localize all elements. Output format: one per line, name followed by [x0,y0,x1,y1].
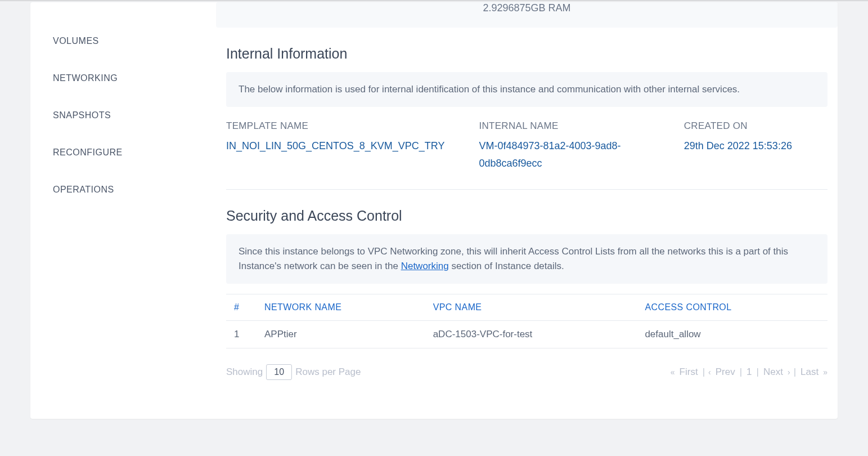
pagination: Showing Rows per Page « First | ‹ Prev |… [226,364,827,380]
table-row: 1 APPtier aDC-1503-VPC-for-test default_… [226,321,827,348]
prev-page-button[interactable]: Prev [714,366,736,378]
internal-name-label: INTERNAL NAME [479,120,670,132]
col-access-control: ACCESS CONTROL [640,294,827,321]
networking-link[interactable]: Networking [401,261,449,271]
next-page-button[interactable]: Next [762,366,784,378]
sidebar-item-snapshots[interactable]: SNAPSHOTS [53,97,216,134]
ram-value: 2.9296875GB RAM [227,2,826,14]
template-name-value: IN_NOI_LIN_50G_CENTOS_8_KVM_VPC_TRY [226,137,465,155]
separator: | [757,366,759,378]
sidebar-item-networking[interactable]: NETWORKING [53,60,216,97]
security-title: Security and Access Control [226,208,827,224]
internal-info-title: Internal Information [226,46,827,62]
cell-vpc-name: aDC-1503-VPC-for-test [429,321,641,348]
prev-chevron-icon: ‹ [708,368,711,377]
internal-name-value: VM-0f484973-81a2-4003-9ad8-0db8ca6f9ecc [479,137,670,172]
last-page-button[interactable]: Last [799,366,820,378]
internal-info-grid: TEMPLATE NAME IN_NOI_LIN_50G_CENTOS_8_KV… [226,120,827,189]
cell-network-name: APPtier [260,321,429,348]
acl-table-wrap: # NETWORK NAME VPC NAME ACCESS CONTROL 1… [226,294,827,348]
separator: | [703,366,705,378]
sidebar-item-operations[interactable]: OPERATIONS [53,171,216,208]
col-network-name: NETWORK NAME [260,294,429,321]
created-on-value: 29th Dec 2022 15:53:26 [684,137,827,155]
showing-label: Showing [226,366,263,378]
col-hash: # [226,294,260,321]
cell-access-control: default_allow [640,321,827,348]
created-on-label: CREATED ON [684,120,827,132]
separator: | [740,366,742,378]
rows-per-page-label: Rows per Page [295,366,361,378]
first-page-button[interactable]: First [678,366,699,378]
rows-per-page-input[interactable] [266,364,292,380]
first-chevron-icon: « [671,368,675,377]
security-banner-text-after: section of Instance details. [449,261,564,271]
content-area: 2.9296875GB RAM Internal Information The… [216,2,838,419]
next-chevron-icon: › [788,368,790,377]
internal-info-banner: The below information is used for intern… [226,72,827,107]
col-vpc-name: VPC NAME [429,294,641,321]
acl-table: # NETWORK NAME VPC NAME ACCESS CONTROL 1… [226,294,827,348]
last-chevron-icon: » [823,368,827,377]
sidebar-item-volumes[interactable]: VOLUMES [53,23,216,60]
separator: | [794,366,796,378]
template-name-label: TEMPLATE NAME [226,120,465,132]
sidebar-item-reconfigure[interactable]: RECONFIGURE [53,134,216,171]
cell-index: 1 [226,321,260,348]
main-card: VOLUMES NETWORKING SNAPSHOTS RECONFIGURE… [30,2,838,419]
sidebar: VOLUMES NETWORKING SNAPSHOTS RECONFIGURE… [30,2,216,419]
security-banner: Since this instance belongs to VPC Netwo… [226,234,827,284]
resource-summary-box: 2.9296875GB RAM [216,2,838,28]
current-page: 1 [745,366,753,378]
